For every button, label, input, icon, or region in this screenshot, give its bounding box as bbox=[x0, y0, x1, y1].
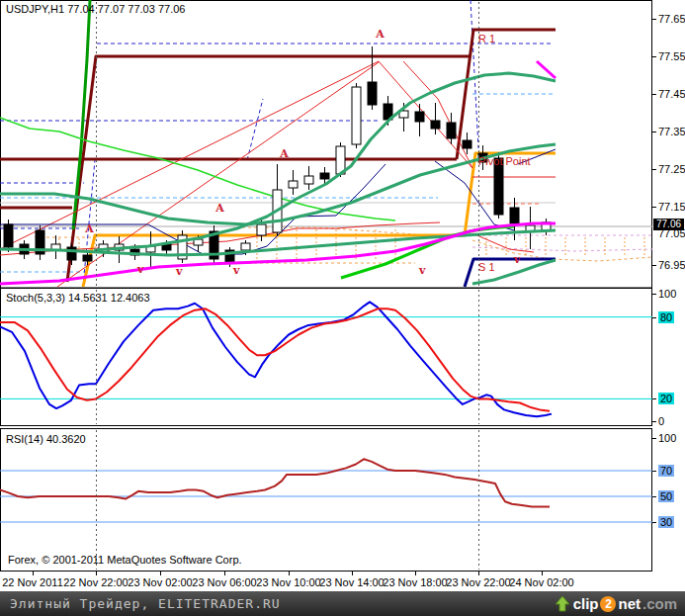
time-tick-label: 23 Nov 10:00 bbox=[256, 576, 320, 588]
fractal-mark: v bbox=[137, 263, 143, 276]
rsi-tick-mark bbox=[652, 496, 656, 497]
time-tick-mark bbox=[33, 572, 34, 575]
chart-line bbox=[471, 0, 478, 148]
banner-site-label: Элитный Трейдер, ELITETRADER.RU bbox=[10, 596, 281, 611]
footer-banner: Элитный Трейдер, ELITETRADER.RU clip 2 n… bbox=[0, 591, 685, 616]
price-tick-label: 77.35 bbox=[658, 126, 685, 137]
price-tick-label: 77.25 bbox=[658, 163, 685, 175]
stoch-scale-label: 100 bbox=[658, 288, 676, 300]
price-tick-mark bbox=[652, 132, 656, 132]
chart-line bbox=[457, 30, 556, 159]
indicator-series-RSI bbox=[0, 459, 550, 506]
candle-body bbox=[415, 112, 424, 122]
chart-title: USDJPY,H1 77.04 77.07 77.03 77.06 bbox=[6, 3, 185, 15]
stoch-tick-mark bbox=[652, 398, 656, 399]
time-axis: 22 Nov 201122 Nov 22:0023 Nov 02:0023 No… bbox=[0, 572, 685, 591]
chart-plot-area[interactable] bbox=[0, 0, 652, 572]
price-tick-mark bbox=[652, 19, 656, 20]
stoch-tick-mark bbox=[652, 421, 656, 422]
stoch-indicator-label: Stoch(5,3,3) 14.5631 12.4063 bbox=[6, 292, 150, 304]
time-tick-mark bbox=[96, 572, 97, 575]
price-tick-mark bbox=[652, 169, 656, 170]
fractal-mark: А bbox=[85, 222, 94, 235]
clip2net-arrow-icon bbox=[554, 595, 571, 613]
fractal-mark: v bbox=[514, 253, 520, 266]
fractal-mark: А bbox=[280, 147, 289, 160]
price-tick-label: 77.65 bbox=[658, 13, 685, 25]
candle-body bbox=[83, 255, 92, 261]
time-tick-mark bbox=[289, 572, 290, 575]
stoch-tick-mark bbox=[652, 317, 656, 318]
fractal-mark: v bbox=[419, 264, 425, 277]
time-tick-label: 23 Nov 14:00 bbox=[319, 576, 384, 588]
pivot-level-label: R 1 bbox=[478, 33, 495, 44]
price-tick-mark bbox=[652, 56, 656, 57]
chart-line bbox=[472, 247, 652, 251]
pivot-level-label: S 1 bbox=[478, 261, 495, 273]
panel-border bbox=[1, 429, 652, 572]
clip2net-net-text: net bbox=[618, 595, 641, 612]
time-tick-mark bbox=[478, 572, 479, 575]
fractal-mark: А bbox=[215, 202, 224, 215]
clip2net-clip-text: clip bbox=[573, 595, 599, 612]
candle-body bbox=[67, 247, 76, 260]
clip2net-2-badge: 2 bbox=[600, 596, 616, 612]
rsi-tick-mark bbox=[652, 522, 656, 523]
time-tick-label: 23 Nov 18:00 bbox=[383, 576, 447, 588]
fractal-mark: v bbox=[176, 265, 182, 278]
time-tick-mark bbox=[352, 572, 353, 575]
rsi-scale-label: 70 bbox=[658, 465, 674, 477]
time-tick-label: 23 Nov 02:00 bbox=[128, 576, 192, 588]
mt4-chart-screenshot: USDJPY,H1 77.04 77.07 77.03 77.06 Stoch(… bbox=[0, 0, 685, 616]
stoch-tick-mark bbox=[652, 294, 656, 295]
candle-body bbox=[463, 140, 471, 148]
time-tick-mark bbox=[224, 572, 225, 575]
fractal-mark: v bbox=[233, 264, 239, 277]
time-tick-label: 23 Nov 06:00 bbox=[192, 576, 256, 588]
price-tick-mark bbox=[652, 265, 656, 266]
clip2net-logo[interactable]: clip 2 net .com bbox=[554, 595, 677, 613]
rsi-tick-mark bbox=[652, 471, 656, 472]
copyright-text: Forex, © 2001-2011 MetaQuotes Software C… bbox=[8, 554, 242, 566]
time-tick-mark bbox=[542, 572, 543, 575]
price-tick-label: 77.55 bbox=[658, 50, 685, 62]
candle-body bbox=[368, 82, 377, 105]
candle-body bbox=[304, 176, 313, 184]
candle-body bbox=[289, 181, 298, 188]
price-tick-mark bbox=[652, 94, 656, 95]
price-tick-mark bbox=[652, 207, 656, 208]
panel-border bbox=[1, 289, 652, 426]
clip2net-dotcom-text: .com bbox=[642, 595, 677, 612]
candle-body bbox=[241, 243, 250, 250]
fractal-mark: А bbox=[376, 28, 385, 41]
rsi-scale-label: 30 bbox=[658, 516, 674, 528]
time-tick-label: 24 Nov 02:00 bbox=[509, 576, 573, 588]
time-tick-mark bbox=[415, 572, 416, 575]
current-price-tag: 77.06 bbox=[653, 219, 684, 230]
candle-body bbox=[352, 87, 361, 144]
candle-body bbox=[320, 173, 329, 179]
candle-body bbox=[257, 224, 266, 235]
chart-line bbox=[537, 61, 556, 78]
price-tick-label: 77.15 bbox=[658, 201, 685, 213]
price-tick-label: 77.45 bbox=[658, 88, 685, 100]
candle-body bbox=[510, 208, 519, 223]
pivot-level-label: Pivot Point bbox=[478, 155, 531, 167]
rsi-indicator-label: RSI(14) 40.3620 bbox=[6, 433, 86, 445]
price-axis: 77.06 77.05 77.6577.5577.4577.3577.2577.… bbox=[652, 0, 685, 572]
stoch-scale-label: 80 bbox=[658, 311, 674, 323]
rsi-scale-label: 100 bbox=[658, 432, 676, 444]
rsi-tick-mark bbox=[652, 438, 656, 439]
time-tick-mark bbox=[160, 572, 161, 575]
stoch-scale-label: 0 bbox=[658, 415, 664, 427]
time-tick-label: 22 Nov 22:00 bbox=[63, 576, 128, 588]
time-tick-label: 22 Nov 2011 bbox=[2, 576, 63, 588]
stoch-scale-label: 20 bbox=[658, 393, 674, 404]
candle-body bbox=[431, 121, 440, 129]
price-tick-label: 76.95 bbox=[658, 259, 685, 271]
time-tick-label: 23 Nov 22:00 bbox=[446, 576, 510, 588]
rsi-scale-label: 50 bbox=[658, 490, 674, 502]
candle-body bbox=[4, 224, 13, 247]
chart-line bbox=[247, 99, 263, 160]
candle-body bbox=[447, 123, 456, 138]
